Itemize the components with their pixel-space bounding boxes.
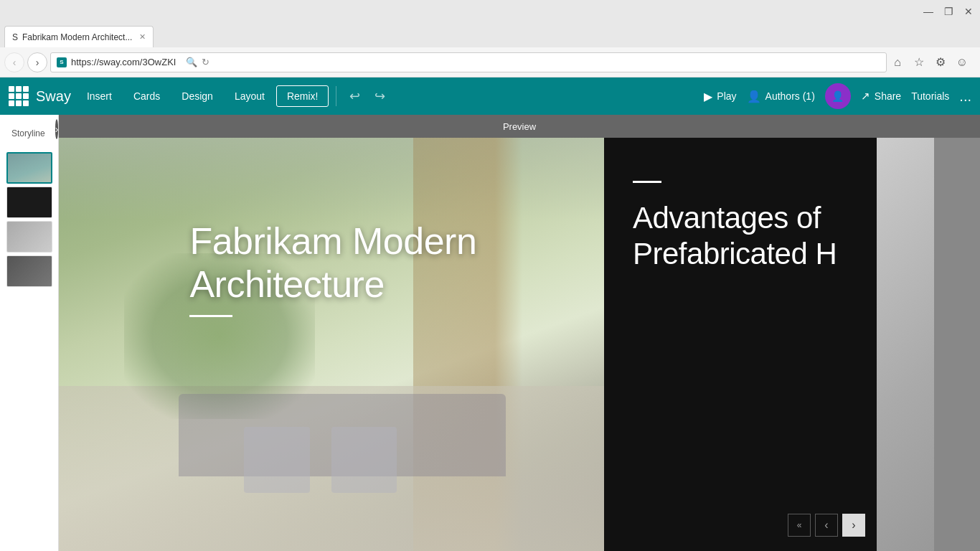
slide-2-content: Advantages of Prefabricated H	[633, 181, 848, 273]
storyline-card-3[interactable]	[6, 221, 52, 253]
maximize-button[interactable]: ❐	[943, 6, 954, 17]
play-label: Play	[717, 90, 736, 102]
tab-bar: S Fabrikam Modern Architect... ✕	[0, 23, 980, 47]
share-label: Share	[875, 90, 901, 102]
tab-close-button[interactable]: ✕	[139, 32, 146, 42]
browser-titlebar: — ❐ ✕	[0, 0, 980, 23]
close-button[interactable]: ✕	[963, 6, 974, 17]
storyline-card-2[interactable]	[6, 187, 52, 218]
nav-prev-button[interactable]: ‹	[815, 514, 838, 537]
slide-2-title: Advantages of Prefabricated H	[633, 200, 848, 273]
back-button[interactable]: ‹	[4, 52, 24, 72]
slide-1: Fabrikam Modern Architecture	[59, 138, 604, 551]
toolbar-right: ▶ Play 👤 Authors (1) 👤 ↗ Share Tutorials…	[704, 83, 971, 109]
browser-toolbar: ‹ › S https://sway.com/3OwZKI 🔍 ↻ ⌂ ☆ ⚙ …	[0, 47, 980, 77]
slide-1-title: Fabrikam Modern Architecture	[189, 220, 476, 306]
share-icon: ↗	[861, 90, 870, 103]
address-url: https://sway.com/3OwZKI	[71, 57, 176, 67]
slide-3-inner	[877, 138, 934, 551]
search-icon[interactable]: 🔍	[186, 57, 197, 67]
settings-icon[interactable]: ⚙	[933, 55, 948, 70]
preview-topbar: Preview	[59, 115, 980, 138]
sway-toolbar: Sway Insert Cards Design Layout Remix! ↩…	[0, 77, 980, 115]
favorites-icon[interactable]: ☆	[911, 55, 927, 70]
share-button[interactable]: ↗ Share	[861, 90, 901, 103]
browser-tab[interactable]: S Fabrikam Modern Architect... ✕	[4, 26, 154, 47]
redo-button[interactable]: ↪	[369, 85, 391, 107]
menu-design[interactable]: Design	[171, 86, 223, 106]
nav-arrows: « ‹ ›	[788, 514, 865, 537]
address-favicon: S	[57, 57, 67, 67]
more-options-button[interactable]: ...	[959, 88, 971, 105]
remix-button[interactable]: Remix!	[276, 85, 329, 107]
preview-slides: Fabrikam Modern Architecture Advantages …	[59, 138, 980, 551]
storyline-card-4[interactable]	[6, 255, 52, 287]
preview-label: Preview	[503, 121, 536, 132]
sway-app: Sway Insert Cards Design Layout Remix! ↩…	[0, 77, 980, 551]
storyline-label: Storyline	[6, 121, 51, 143]
home-icon[interactable]: ⌂	[890, 55, 905, 70]
slide-1-title-line1: Fabrikam Modern	[189, 220, 476, 263]
user-avatar[interactable]: 👤	[825, 83, 851, 109]
slide-2-line	[633, 181, 661, 183]
slide-1-title-line2: Architecture	[189, 263, 476, 306]
undo-button[interactable]: ↩	[344, 85, 366, 107]
sway-app-name: Sway	[36, 88, 71, 105]
storyline-card-1[interactable]	[6, 152, 52, 184]
nav-first-button[interactable]: «	[788, 514, 811, 537]
storyline-cards	[0, 149, 58, 551]
app-launcher-icon[interactable]	[9, 86, 29, 106]
refresh-icon[interactable]: ↻	[202, 57, 209, 67]
authors-button[interactable]: 👤 Authors (1)	[747, 90, 815, 103]
menu-cards[interactable]: Cards	[123, 86, 170, 106]
storyline-sidebar: Storyline ›	[0, 115, 59, 551]
emoji-icon[interactable]: ☺	[954, 55, 970, 70]
play-icon: ▶	[704, 90, 712, 103]
sway-menu: Insert Cards Design Layout Remix! ↩ ↪	[77, 85, 704, 107]
slide-1-underline	[189, 315, 232, 317]
preview-area-outer: Preview Fabrikam Moder	[59, 115, 980, 551]
menu-layout[interactable]: Layout	[225, 86, 275, 106]
tab-title: Fabrikam Modern Architect...	[22, 32, 132, 42]
address-bar[interactable]: S https://sway.com/3OwZKI 🔍 ↻	[50, 52, 887, 72]
slide-2: Advantages of Prefabricated H « ‹ ›	[604, 138, 877, 551]
undo-redo-group: ↩ ↪	[344, 85, 391, 107]
toolbar-divider	[336, 86, 336, 106]
forward-button[interactable]: ›	[27, 52, 47, 72]
authors-icon: 👤	[747, 90, 761, 103]
tab-favicon: S	[12, 32, 18, 42]
toolbar-icons: ⌂ ☆ ⚙ ☺	[890, 55, 976, 70]
storyline-toggle[interactable]: ›	[55, 119, 59, 139]
authors-label: Authors (1)	[765, 90, 815, 102]
sway-content: Storyline ›	[0, 115, 980, 551]
tutorials-button[interactable]: Tutorials	[911, 90, 949, 102]
sway-logo[interactable]: Sway	[36, 88, 71, 105]
nav-next-button[interactable]: ›	[842, 514, 865, 537]
slide-3-partial	[877, 138, 934, 551]
minimize-button[interactable]: —	[923, 6, 934, 17]
slide-1-text: Fabrikam Modern Architecture	[189, 220, 476, 317]
slide-1-background	[59, 138, 604, 551]
play-button[interactable]: ▶ Play	[704, 90, 736, 103]
menu-insert[interactable]: Insert	[77, 86, 122, 106]
